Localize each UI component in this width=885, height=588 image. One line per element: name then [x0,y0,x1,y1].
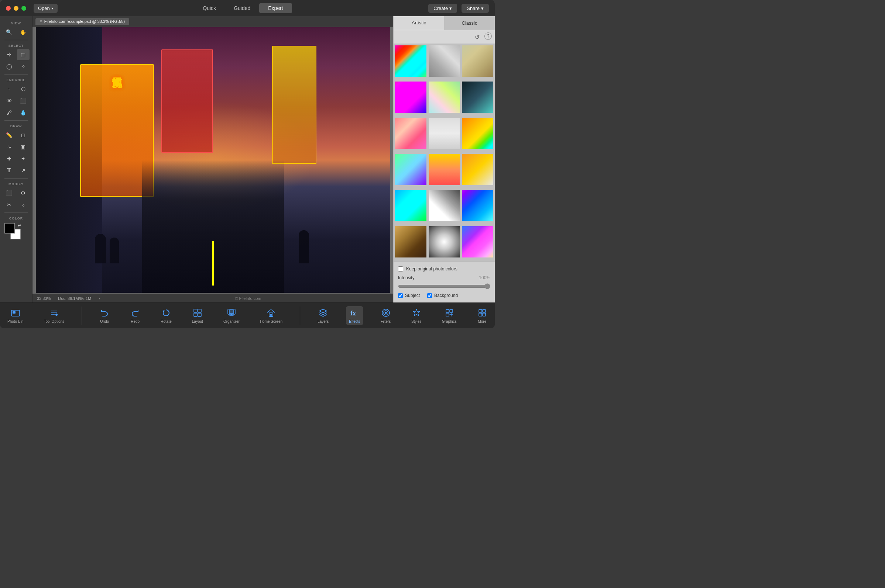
redo-tool[interactable]: Redo [127,306,143,325]
filter-thumb-5[interactable] [428,81,461,114]
open-button[interactable]: Open ▾ [34,4,57,13]
panel-toolbar: ↺ ? [394,30,495,44]
canvas-container[interactable]: 博多風龍 [33,27,393,294]
filter-preview-16 [395,226,426,258]
tool-options-tool[interactable]: Tool Options [41,306,67,325]
eraser-tool[interactable]: ◻ [17,129,30,141]
marquee-tool[interactable]: ⬚ [17,49,30,60]
person-silhouette-1 [95,234,106,263]
filter-thumb-6[interactable] [461,81,494,114]
crop-tool[interactable]: + [3,83,15,94]
filter-thumb-13[interactable] [394,189,427,222]
background-label[interactable]: Background [434,293,458,298]
foreground-color-swatch[interactable] [5,223,15,234]
filter-thumb-11[interactable] [428,153,461,186]
home-screen-label: Home Screen [260,320,283,324]
eyedropper-tool[interactable]: ✚ [3,153,15,164]
help-icon[interactable]: ? [485,33,492,40]
maximize-button[interactable] [21,6,26,11]
tab-classic[interactable]: Classic [444,16,495,30]
undo-tool[interactable]: Undo [96,306,113,325]
effects-tool[interactable]: fx Effects [346,306,363,325]
transform-settings-tool[interactable]: ⚙ [17,188,30,198]
neon-sign-mid [161,50,213,153]
move-tool[interactable]: ✛ [3,49,15,60]
filter-preview-1 [395,45,426,77]
lasso-tool[interactable]: ◯ [3,61,15,72]
home-screen-tool[interactable]: Home Screen [257,306,285,325]
photo-bin-icon [11,308,21,318]
expand-arrow[interactable]: › [99,296,100,301]
filter-thumb-14[interactable] [428,189,461,222]
intensity-row: Intensity 100% [398,275,490,280]
layers-tool[interactable]: Layers [315,306,331,325]
guided-mode-button[interactable]: Guided [225,3,259,13]
color-swatches[interactable]: ⇄ [5,223,21,239]
graphics-tool[interactable]: Graphics [439,306,460,325]
filter-thumb-4[interactable] [394,81,427,114]
quick-select-tool[interactable]: ✧ [17,61,30,72]
filter-thumb-2[interactable] [428,45,461,78]
styles-tool[interactable]: Styles [408,306,424,325]
rotate-tool[interactable]: Rotate [158,306,174,325]
tab-artistic[interactable]: Artistic [394,16,444,30]
expert-mode-button[interactable]: Expert [259,3,292,13]
organizer-tool[interactable]: Organizer [220,306,242,325]
brush-tool[interactable]: 🖌 [3,107,15,118]
keep-colors-label[interactable]: Keep original photo colors [406,266,458,272]
photo-bin-tool[interactable]: Photo Bin [5,306,26,325]
filter-preview-14 [429,190,460,221]
smart-brush-tool[interactable]: ⬦ [17,199,30,210]
eye-tool[interactable]: 👁 [3,95,15,106]
background-checkbox[interactable] [427,293,432,298]
filter-thumb-7[interactable] [394,117,427,150]
filter-preview-2 [429,45,460,77]
filter-thumb-15[interactable] [461,189,494,222]
hand-tool[interactable]: ✋ [17,27,30,38]
filter-thumb-18[interactable] [461,225,494,258]
layout-tool[interactable]: Layout [189,306,206,325]
filter-thumb-8[interactable] [428,117,461,150]
drop-tool[interactable]: 💧 [17,107,30,118]
layers-icon [318,308,328,318]
create-button[interactable]: Create ▾ [428,4,457,13]
minimize-button[interactable] [14,6,18,11]
refresh-icon[interactable]: ↺ [473,33,482,41]
filter-thumb-17[interactable] [428,225,461,258]
smudge-tool[interactable]: ∿ [3,141,15,152]
svg-rect-4 [198,309,201,312]
text-tool[interactable]: T [3,165,15,176]
content-aware-tool[interactable]: ✂ [3,199,15,210]
intensity-slider[interactable] [398,283,490,289]
filter-thumb-3[interactable] [461,45,494,78]
filter-thumb-9[interactable] [461,117,494,150]
filter-thumb-1[interactable] [394,45,427,78]
filters-tool[interactable]: Filters [378,306,394,325]
quick-mode-button[interactable]: Quick [194,3,225,13]
active-tab[interactable]: × FileInfo.com Example.psd @ 33.3% (RGB/… [35,18,129,25]
more-tool[interactable]: More [474,306,490,325]
filter-thumb-10[interactable] [394,153,427,186]
subject-checkbox[interactable] [398,293,403,298]
keep-colors-checkbox[interactable] [398,266,403,272]
subject-label[interactable]: Subject [405,293,420,298]
healing-tool[interactable]: ⬡ [17,83,30,94]
keep-colors-row: Keep original photo colors [398,266,490,272]
pencil-tool[interactable]: ✏️ [3,129,15,141]
crop-modify-tool[interactable]: ⬛ [3,188,15,198]
gradient-tool[interactable]: ▣ [17,141,30,152]
close-button[interactable] [6,6,11,11]
blur-tool[interactable]: ↗ [17,165,30,176]
tab-close-icon[interactable]: × [40,19,42,23]
filter-thumb-12[interactable] [461,153,494,186]
swap-colors-icon[interactable]: ⇄ [18,223,21,227]
filter-preview-11 [429,154,460,185]
view-section-label: VIEW [2,21,31,25]
filter-preview-9 [462,118,493,149]
zoom-tool[interactable]: 🔍 [3,27,15,38]
share-button[interactable]: Share ▾ [462,4,489,13]
filter-thumb-16[interactable] [394,225,427,258]
organizer-label: Organizer [223,320,239,324]
clone-tool[interactable]: ⬛ [17,95,30,106]
paintbucket-tool[interactable]: ✦ [17,153,30,164]
